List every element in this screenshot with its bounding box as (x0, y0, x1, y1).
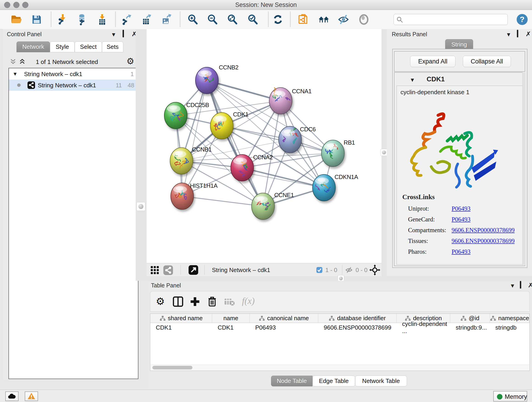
node-CCNA1[interactable] (269, 88, 292, 114)
memory-button[interactable]: Memory (493, 391, 527, 402)
string-protein-query-button[interactable] (298, 14, 309, 25)
network-collection-row[interactable]: ▼ String Network – cdk1 1 (9, 68, 138, 80)
entry-description: cyclin-dependent kinase 1 (400, 89, 469, 96)
delete-column-icon[interactable] (207, 296, 217, 307)
tab-sets[interactable]: Sets (102, 41, 123, 52)
zoom-selected-button[interactable] (247, 14, 259, 25)
delete-table-icon (224, 298, 234, 306)
edge-CCNB2-HIST1H1A[interactable] (182, 80, 207, 196)
network-options-gear-icon[interactable]: ⚙ (127, 56, 134, 66)
refresh-button[interactable] (272, 14, 284, 25)
crosslink-link[interactable]: 9606.ENSP00000378699 (452, 237, 515, 245)
tab-node-table[interactable]: Node Table (271, 376, 312, 386)
import-network-file-button[interactable] (57, 14, 68, 25)
column-header--id[interactable]: @id (450, 314, 490, 323)
show-columns-icon[interactable] (173, 296, 183, 307)
warning-icon (27, 393, 35, 400)
tab-select[interactable]: Select (75, 41, 102, 52)
node-CCNB1[interactable] (170, 148, 193, 174)
hide-selected-button[interactable] (338, 14, 349, 25)
table-cell[interactable]: cyclin-dependent ... (397, 323, 450, 332)
network-canvas[interactable]: CCNB2CCNA1CDC25BCDK1CDC6RB1CCNB1CCNA2CDK… (147, 29, 381, 263)
warning-button[interactable] (25, 391, 38, 401)
export-table-button[interactable] (141, 14, 152, 25)
tab-style[interactable]: Style (50, 41, 75, 52)
panel-float-icon[interactable] (517, 31, 518, 36)
left-splitter[interactable] (136, 29, 147, 276)
crosslink-link[interactable]: P06493 (452, 216, 471, 223)
string-share-icon[interactable] (163, 265, 173, 275)
table-options-gear-icon[interactable]: ⚙ (156, 295, 165, 307)
crosslink-link[interactable]: P06493 (452, 205, 471, 212)
edge-HIST1H1A-CCNE1[interactable] (182, 196, 263, 206)
crosslink-link[interactable]: 9606.ENSP00000378699 (452, 227, 515, 234)
panel-close-icon[interactable]: ✗ (526, 31, 531, 37)
node-CCNA2[interactable] (231, 154, 254, 181)
node-CDK1[interactable] (210, 113, 233, 139)
column-header-database-identifier[interactable]: database identifier (318, 314, 397, 323)
edge-CDK1-RB1[interactable] (222, 126, 333, 153)
collapse-arrow-icon[interactable]: ▼ (13, 71, 18, 77)
show-hidden-button[interactable] (358, 14, 370, 25)
table-cell[interactable]: stringdb:9... (450, 323, 490, 332)
node-CCNB2[interactable] (196, 67, 218, 94)
node-RB1[interactable] (322, 140, 344, 167)
results-scrollbar[interactable] (522, 72, 525, 265)
tab-edge-table[interactable]: Edge Table (312, 376, 355, 386)
table-cell[interactable]: CDK1 (150, 323, 212, 332)
table-hscrollbar[interactable] (151, 365, 529, 370)
collapse-all-button[interactable]: Collapse All (463, 56, 511, 67)
panel-float-icon[interactable] (520, 282, 521, 288)
birds-eye-grid-icon[interactable] (150, 266, 159, 275)
zoom-fit-button[interactable] (227, 14, 238, 25)
right-splitter[interactable] (381, 29, 387, 276)
import-network-database-button[interactable] (76, 14, 88, 25)
panel-menu-icon[interactable]: ▼ (111, 32, 116, 37)
toolbar-separator (268, 12, 268, 27)
add-column-icon[interactable] (190, 296, 200, 307)
left-splitter-handle[interactable] (137, 202, 145, 211)
column-header-canonical-name[interactable]: canonical name (250, 314, 318, 323)
cloud-button[interactable] (5, 391, 19, 401)
export-network-button[interactable] (121, 14, 133, 25)
node-CCNE1[interactable] (252, 193, 274, 220)
tab-network[interactable]: Network (17, 41, 50, 52)
table-cell[interactable]: 9606.ENSP00000378699 (318, 323, 397, 332)
zoom-in-button[interactable] (187, 14, 199, 25)
hscrollbar-thumb[interactable] (152, 366, 192, 370)
main-toolbar: ? (0, 10, 532, 29)
panel-menu-icon[interactable]: ▼ (510, 283, 515, 288)
tab-string[interactable]: String (445, 39, 473, 50)
node-CDKN1A[interactable] (312, 174, 336, 201)
bottom-splitter[interactable] (136, 276, 532, 281)
column-header-namespace[interactable]: namespace (490, 314, 530, 323)
selected-checkbox-icon[interactable] (316, 267, 323, 273)
node-CDC6[interactable] (279, 126, 302, 153)
panel-menu-icon[interactable]: ▼ (506, 32, 511, 37)
zoom-out-button[interactable] (207, 14, 218, 25)
tab-network-table[interactable]: Network Table (355, 376, 407, 386)
crosslink-row: Uniprot:P06493 (397, 205, 523, 216)
search-input[interactable] (405, 15, 504, 23)
network-row-selected[interactable]: String Network – cdk1 11 48 (9, 80, 138, 91)
help-button[interactable]: ? (516, 13, 528, 25)
panel-float-icon[interactable] (123, 31, 124, 36)
column-header-shared-name[interactable]: shared name (150, 314, 212, 323)
detach-view-icon[interactable] (188, 265, 198, 275)
expand-all-button[interactable]: Expand All (410, 56, 456, 67)
genemania-button[interactable] (318, 14, 329, 25)
entry-collapse-icon[interactable]: ▼ (410, 77, 415, 83)
panel-close-icon[interactable]: ✗ (528, 282, 532, 288)
crosshair-icon[interactable] (369, 264, 380, 275)
node-CDC25B[interactable] (164, 102, 187, 129)
right-splitter-handle[interactable] (381, 149, 387, 156)
column-header-name[interactable]: name (212, 314, 250, 323)
crosslink-link[interactable]: P06493 (452, 248, 471, 255)
save-session-button[interactable] (31, 14, 42, 25)
table-cell[interactable]: stringdb (490, 323, 530, 332)
export-image-button[interactable] (161, 14, 172, 25)
import-table-file-button[interactable] (96, 14, 108, 25)
table-cell[interactable]: CDK1 (212, 323, 250, 332)
table-cell[interactable]: P06493 (250, 323, 318, 332)
open-session-button[interactable] (10, 14, 22, 25)
